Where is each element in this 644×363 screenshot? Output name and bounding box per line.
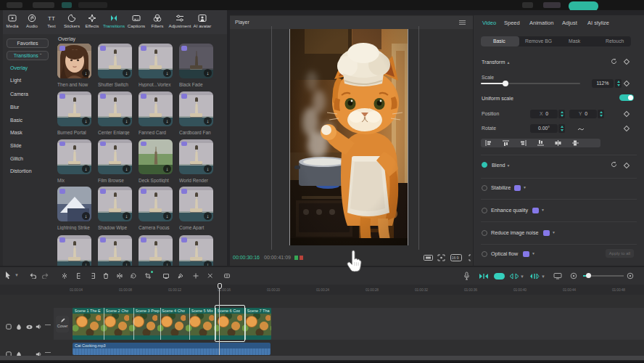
svg-text:TT: TT	[48, 15, 55, 22]
svg-text:16:9: 16:9	[452, 256, 459, 260]
